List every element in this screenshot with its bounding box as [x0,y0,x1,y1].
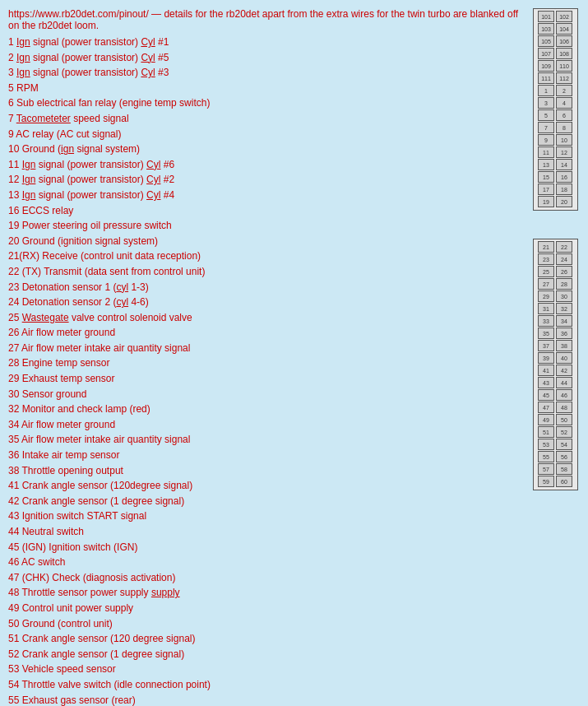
connector-top: 1011021031041051061071081091101111121234… [533,8,578,211]
pin-item-52: 52 Crank angle sensor (1 degree signal) [8,647,520,662]
pin-box-16: 16 [556,171,572,183]
pin-item-48: 48 Throttle sensor power supply supply [8,585,520,601]
connector-top-row-2: 105106 [538,35,572,47]
pin-box-18: 18 [556,183,572,195]
pin-box-47: 47 [538,402,554,413]
pin-box-24: 24 [556,253,572,265]
connector-section: 1011021031041051061071081091101111121234… [530,8,580,706]
pin-item-20: 20 Ground (ignition signal system) [8,234,520,249]
pin-box-14: 14 [556,159,572,170]
pin-box-46: 46 [556,389,572,401]
pin-item-49: 49 Control unit power supply [8,601,520,616]
pin-item-21-RX-: 21(RX) Receive (control unit data recept… [8,248,520,264]
connector-bottom-row-6: 3334 [538,315,572,327]
pin-item-28: 28 Engine temp sensor [8,355,520,371]
pin-box-29: 29 [538,290,554,302]
pin-item-42: 42 Crank angle sensor (1 degree signal) [8,494,520,509]
connector-top-row-6: 12 [538,85,572,96]
pin-item-51: 51 Crank angle sensor (120 degree signal… [8,631,520,647]
pin-box-25: 25 [538,266,554,277]
pin-box-37: 37 [538,340,554,351]
pin-box-50: 50 [556,414,572,425]
pin-box-33: 33 [538,315,554,327]
pin-item-27: 27 Air flow meter intake air quantity si… [8,341,520,356]
connector-bottom-row-13: 4748 [538,402,572,413]
pin-box-55: 55 [538,451,554,462]
pin-item-5: 5 RPM [8,81,520,96]
pin-box-38: 38 [556,340,572,351]
pin-box-53: 53 [538,439,554,450]
pin-box-43: 43 [538,377,554,388]
pin-box-105: 105 [538,35,554,47]
pin-box-102: 102 [556,11,572,22]
pin-item-11: 11 Ign signal (power transistor) Cyl #6 [8,157,520,173]
pin-item-44: 44 Neutral switch [8,524,520,540]
connector-top-row-12: 1314 [538,159,572,170]
connector-bottom-row-16: 5354 [538,439,572,450]
pin-box-5: 5 [538,109,554,121]
connector-bottom-row-8: 3738 [538,340,572,351]
pin-box-56: 56 [556,451,572,462]
pin-item-3: 3 Ign signal (power transistor) Cyl #3 [8,65,520,81]
pin-item-35: 35 Air flow meter intake air quantity si… [8,432,520,448]
connector-bottom-row-0: 2122 [538,241,572,253]
connector-top-row-10: 910 [538,134,572,146]
pin-box-7: 7 [538,122,554,133]
pin-box-104: 104 [556,23,572,35]
pin-item-38: 38 Throttle opening output [8,463,520,479]
pin-box-60: 60 [556,476,572,487]
pin-item-53: 53 Vehicle speed sensor [8,662,520,677]
pin-item-45--IGN-: 45 (IGN) Ignition switch (IGN) [8,540,520,555]
pin-box-48: 48 [556,402,572,413]
pin-box-59: 59 [538,476,554,487]
pin-item-50: 50 Ground (control unit) [8,616,520,632]
pin-box-32: 32 [556,303,572,314]
pin-box-44: 44 [556,377,572,388]
pin-box-40: 40 [556,352,572,364]
connector-bottom-row-12: 4546 [538,389,572,401]
pin-box-9: 9 [538,134,554,146]
pin-box-12: 12 [556,146,572,158]
connector-bottom-row-2: 2526 [538,266,572,277]
connector-top-row-3: 107108 [538,48,572,59]
pin-box-112: 112 [556,72,572,84]
ecu-pinout-description: https://www.rb20det.com/pinout/ — detail… [8,8,518,31]
connector-bottom-row-4: 2930 [538,290,572,302]
pin-box-39: 39 [538,352,554,364]
pin-item-2: 2 Ign signal (power transistor) Cyl #5 [8,50,520,66]
pin-item-19: 19 Power steering oil pressure switch [8,218,520,234]
pin-box-103: 103 [538,23,554,35]
connector-top-row-15: 1920 [538,196,572,207]
connector-bottom-row-11: 4344 [538,377,572,388]
pin-item-55: 55 Exhaust gas sensor (rear) [8,693,520,706]
pin-box-51: 51 [538,426,554,438]
pin-box-23: 23 [538,253,554,265]
pin-box-42: 42 [556,365,572,376]
connector-top-row-14: 1718 [538,183,572,195]
connector-bottom-row-10: 4142 [538,365,572,376]
connector-bottom: 2122232425262728293031323334353637383940… [533,239,578,490]
pin-box-8: 8 [556,122,572,133]
connector-bottom-row-17: 5556 [538,451,572,462]
connector-bottom-row-3: 2728 [538,278,572,290]
pin-box-17: 17 [538,183,554,195]
pin-item-29: 29 Exhaust temp sensor [8,371,520,387]
pin-box-2: 2 [556,85,572,96]
pin-item-7: 7 Tacometeter speed signal [8,111,520,127]
pin-box-22: 22 [556,241,572,253]
pin-box-110: 110 [556,60,572,72]
pin-box-27: 27 [538,278,554,290]
pin-box-11: 11 [538,146,554,158]
pin-box-108: 108 [556,48,572,59]
title-line: https://www.rb20det.com/pinout/ — detail… [8,8,520,31]
pin-box-35: 35 [538,327,554,339]
pin-box-45: 45 [538,389,554,401]
pin-box-30: 30 [556,290,572,302]
pin-box-19: 19 [538,196,554,207]
pin-box-49: 49 [538,414,554,425]
connector-top-row-11: 1112 [538,146,572,158]
pin-box-109: 109 [538,60,554,72]
pin-box-6: 6 [556,109,572,121]
pin-item-30: 30 Sensor ground [8,387,520,402]
pin-box-4: 4 [556,97,572,109]
